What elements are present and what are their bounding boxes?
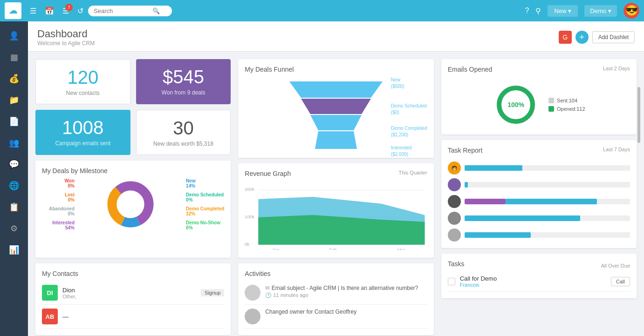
emails-legend: Sent:104 Opened:112 bbox=[548, 98, 585, 112]
logo[interactable]: ☁ bbox=[5, 2, 21, 19]
contacts-card: My Contacts DI Dion Other, Signup AB — bbox=[35, 263, 231, 335]
sidebar-item-contacts[interactable]: 👤 bbox=[2, 26, 26, 46]
legend-sent: Sent:104 bbox=[548, 98, 585, 103]
task-row-1 bbox=[448, 178, 630, 191]
add-dashlet-label: Add Dashlet bbox=[598, 34, 629, 40]
revenue-header: Revenue Graph This Quarter bbox=[245, 170, 427, 181]
calendar-icon[interactable]: 📅 bbox=[45, 7, 54, 15]
task-row-2 bbox=[448, 195, 630, 208]
user-avatar[interactable]: 😎 bbox=[623, 3, 639, 19]
task-report-title: Task Report bbox=[448, 147, 483, 154]
funnel-label-new: New($500) bbox=[391, 77, 427, 90]
add-dashlet-icon[interactable]: + bbox=[575, 31, 589, 44]
page-subtitle: Welcome to Agile CRM bbox=[37, 40, 95, 47]
svg-text:Mar: Mar bbox=[397, 247, 406, 250]
activities-title: Activities bbox=[245, 270, 427, 277]
contacts-title: My Contacts bbox=[42, 270, 224, 277]
notification-badge: 7 bbox=[65, 4, 73, 11]
tasks-period: All Over Due bbox=[601, 263, 630, 269]
contact-name: Dion bbox=[62, 287, 196, 294]
right-column: Emails Opened Last 2 Days 100% bbox=[441, 59, 637, 335]
topnav: ☁ ☰ 📅 ☰ 7 ↺ 🔍 ? ⚲ New ▾ Demo ▾ 😎 bbox=[0, 0, 644, 21]
task-checkbox-0[interactable] bbox=[448, 278, 455, 285]
scrollbar[interactable] bbox=[637, 87, 640, 143]
sent-dot bbox=[548, 98, 554, 103]
sidebar-item-team[interactable]: 👥 bbox=[2, 133, 26, 153]
task-bar-1 bbox=[465, 182, 468, 188]
sidebar-item-analytics[interactable]: 📊 bbox=[2, 240, 26, 260]
google-icon[interactable]: G bbox=[559, 31, 572, 44]
menu-icon[interactable]: ☰ bbox=[30, 7, 36, 15]
activity-icon-1 bbox=[245, 285, 260, 301]
svg-marker-8 bbox=[315, 131, 357, 149]
history-icon[interactable]: ↺ bbox=[77, 7, 83, 15]
opened-dot bbox=[548, 106, 554, 112]
sidebar-item-deals[interactable]: 💰 bbox=[2, 69, 26, 88]
help-icon[interactable]: ? bbox=[525, 7, 529, 15]
call-button[interactable]: Call bbox=[611, 277, 630, 286]
svg-marker-5 bbox=[289, 81, 383, 98]
sidebar-item-settings[interactable]: ⚙ bbox=[2, 219, 26, 238]
activity-content-2: Changed owner for Contact Geoffrey bbox=[265, 309, 356, 315]
funnel-label-demo-sched: Demo Scheduled($0) bbox=[391, 103, 427, 116]
contact-row: DI Dion Other, Signup bbox=[42, 281, 224, 305]
pin-icon[interactable]: ⚲ bbox=[535, 7, 541, 15]
campaign-emails-label: Campaign emails sent bbox=[43, 140, 123, 147]
logo-icon: ☁ bbox=[9, 6, 17, 16]
emails-header: Emails Opened Last 2 Days bbox=[448, 66, 630, 77]
svg-text:0k: 0k bbox=[245, 242, 249, 247]
milestone-donut bbox=[105, 179, 156, 230]
demo-button[interactable]: Demo ▾ bbox=[584, 5, 617, 17]
sidebar-item-reports[interactable]: 📄 bbox=[2, 112, 26, 131]
add-dashlet-button[interactable]: Add Dashlet bbox=[592, 31, 635, 43]
sidebar-item-billing[interactable]: 📋 bbox=[2, 197, 26, 217]
task-avatar-2 bbox=[448, 195, 461, 208]
sidebar-item-files[interactable]: 📁 bbox=[2, 90, 26, 110]
milestone-demo-comp: Demo Completed32% bbox=[186, 206, 224, 216]
sidebar-item-globe[interactable]: 🌐 bbox=[2, 176, 26, 195]
middle-column: My Deals Funnel Ne bbox=[238, 59, 433, 335]
svg-text:200k: 200k bbox=[245, 187, 254, 192]
task-bar-2a bbox=[465, 199, 506, 204]
contact-avatar-DI: DI bbox=[42, 285, 58, 301]
milestone-lost: Lost0% bbox=[42, 192, 75, 202]
task-avatar-0: 🧑 bbox=[448, 161, 461, 175]
task-bar-bg-2 bbox=[465, 199, 630, 204]
funnel-title: My Deals Funnel bbox=[245, 66, 427, 73]
sidebar-item-messages[interactable]: 💬 bbox=[2, 155, 26, 174]
task-info: Call for Demo Francois bbox=[460, 275, 606, 288]
revenue-title: Revenue Graph bbox=[245, 170, 291, 177]
contact-sub: Other, bbox=[62, 294, 196, 299]
contact-row-2: AB — bbox=[42, 305, 224, 329]
page-header-right: G + Add Dashlet bbox=[559, 31, 635, 44]
task-bar-0 bbox=[465, 165, 522, 171]
tasks-header: Tasks All Over Due bbox=[448, 260, 630, 271]
task-bar-bg-4 bbox=[465, 232, 630, 238]
new-button[interactable]: New ▾ bbox=[548, 5, 578, 17]
revenue-chart: 200k 100k 0k Jan Feb Ma bbox=[245, 185, 427, 251]
contact-info-2: — bbox=[62, 313, 224, 320]
emails-title: Emails Opened bbox=[448, 66, 493, 73]
search-input[interactable] bbox=[94, 7, 150, 14]
task-row-3 bbox=[448, 212, 630, 225]
task-bar-2b bbox=[506, 199, 596, 204]
won-amount: $545 bbox=[144, 67, 224, 87]
notifications-icon[interactable]: ☰ 7 bbox=[62, 7, 69, 15]
page-header-left: Dashboard Welcome to Agile CRM bbox=[37, 28, 95, 47]
revenue-period: This Quarter bbox=[399, 170, 427, 175]
task-row-0: 🧑 bbox=[448, 161, 630, 175]
activity-icon-2 bbox=[245, 309, 260, 324]
funnel-card: My Deals Funnel Ne bbox=[238, 59, 433, 158]
sidebar-item-dashboard[interactable]: ▦ bbox=[2, 47, 26, 67]
svg-text:100k: 100k bbox=[245, 214, 254, 219]
svg-text:Feb: Feb bbox=[329, 247, 337, 250]
tasks-card: Tasks All Over Due Call for Demo Francoi… bbox=[441, 254, 637, 298]
milestone-title: My Deals by Milestone bbox=[42, 167, 224, 175]
milestone-new: New14% bbox=[186, 178, 224, 188]
activity-text-2: Changed owner for Contact Geoffrey bbox=[265, 309, 356, 315]
task-report-header: Task Report Last 7 Days bbox=[448, 147, 630, 158]
demo-button-arrow: ▾ bbox=[608, 7, 611, 14]
milestone-interested: Interested54% bbox=[42, 220, 75, 230]
activity-row-1: ✉ Email subject - Agile CRM | Is there a… bbox=[245, 281, 427, 305]
new-contacts-label: New contacts bbox=[43, 90, 123, 96]
